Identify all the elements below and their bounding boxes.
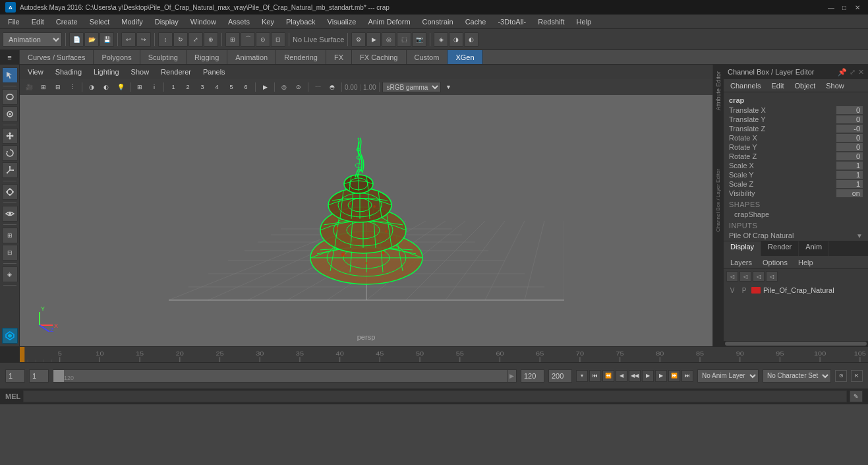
display-btn[interactable]: ⊞ xyxy=(2,228,18,243)
menu-visualize[interactable]: Visualize xyxy=(322,16,362,27)
snap-view-btn[interactable]: ⊡ xyxy=(271,32,285,47)
vp-shading2-btn[interactable]: ◐ xyxy=(100,81,113,93)
tab-fx[interactable]: FX xyxy=(326,50,352,64)
tab-polygons[interactable]: Polygons xyxy=(94,50,140,64)
attr-editor-side-tab[interactable]: Attribute Editor Channel Box / Layer Edi… xyxy=(712,65,723,346)
menu-create[interactable]: Create xyxy=(51,16,83,27)
undo-button[interactable]: ↩ xyxy=(121,32,136,47)
scroll-thumb-h[interactable] xyxy=(725,342,867,346)
viewport-menu-renderer[interactable]: Renderer xyxy=(156,67,196,77)
title-bar-controls[interactable]: — □ ✕ xyxy=(826,2,863,13)
render-btn[interactable]: ▶ xyxy=(366,32,381,47)
cb-translate-x-value[interactable]: 0 xyxy=(836,106,863,114)
menu-redshift[interactable]: Redshift xyxy=(533,16,569,27)
vp-isolate-btn[interactable]: ◎ xyxy=(277,81,291,93)
transport-play-fwd[interactable]: ▶ xyxy=(642,370,654,382)
cb-rotate-x-value[interactable]: 0 xyxy=(836,134,863,142)
cb-translate-z-row[interactable]: Translate Z -0 xyxy=(726,124,865,133)
rotate-tool-btn[interactable] xyxy=(2,145,18,161)
scale-tool[interactable]: ⤢ xyxy=(188,32,203,47)
cb-translate-x-row[interactable]: Translate X 0 xyxy=(726,106,865,115)
ipr-btn[interactable]: ◎ xyxy=(382,32,396,47)
cb-rotate-x-row[interactable]: Rotate X 0 xyxy=(726,133,865,142)
cb-menu-show[interactable]: Show xyxy=(823,82,847,90)
cb-visibility-value[interactable]: on xyxy=(836,189,863,197)
menu-cache[interactable]: Cache xyxy=(460,16,492,27)
transport-go-end[interactable]: ⏭ xyxy=(681,370,693,382)
range-end-field[interactable] xyxy=(548,369,572,383)
cb-menu-edit[interactable]: Edit xyxy=(768,82,786,90)
view-btn[interactable] xyxy=(2,206,18,222)
le-new-layer-btn[interactable]: ◁ xyxy=(726,271,738,282)
save-scene-button[interactable]: 💾 xyxy=(100,32,114,47)
le-tab-anim[interactable]: Anim xyxy=(799,241,829,256)
le-new-layer2-btn[interactable]: ◁ xyxy=(739,271,751,282)
cb-scale-x-value[interactable]: 1 xyxy=(836,162,863,170)
tab-rendering[interactable]: Rendering xyxy=(276,50,326,64)
menu-display[interactable]: Display xyxy=(150,16,184,27)
layer-scrollbar-h[interactable] xyxy=(724,341,868,346)
menu-help[interactable]: Help xyxy=(571,16,597,27)
start-frame-field[interactable] xyxy=(29,369,49,383)
cb-scale-z-value[interactable]: 1 xyxy=(836,180,863,188)
cb-rotate-z-value[interactable]: 0 xyxy=(836,152,863,160)
vp-wireframe-btn[interactable]: ⋮ xyxy=(66,81,79,93)
scale-tool-btn[interactable] xyxy=(2,162,18,178)
timeline-ruler[interactable]: 5 10 15 20 25 30 35 40 45 50 5 xyxy=(20,347,868,362)
extra-btn-3[interactable]: ◐ xyxy=(464,32,478,47)
viewport-menu-show[interactable]: Show xyxy=(126,67,155,77)
cb-scale-x-row[interactable]: Scale X 1 xyxy=(726,161,865,170)
cb-translate-z-value[interactable]: -0 xyxy=(836,125,863,133)
vp-res5-btn[interactable]: 5 xyxy=(225,81,238,93)
transport-next-key[interactable]: ⏩ xyxy=(668,370,680,382)
close-button[interactable]: ✕ xyxy=(852,2,863,13)
cb-expand-icon[interactable]: ⤢ xyxy=(850,68,855,77)
cb-input-arrow[interactable]: ▼ xyxy=(856,232,863,239)
menu-constrain[interactable]: Constrain xyxy=(417,16,459,27)
menu-window[interactable]: Window xyxy=(185,16,221,27)
paint-select-btn[interactable] xyxy=(2,106,18,122)
viewport-menu-panels[interactable]: Panels xyxy=(198,67,231,77)
transport-arrow-select[interactable]: ▾ xyxy=(576,370,588,382)
tab-fx-caching[interactable]: FX Caching xyxy=(352,50,406,64)
tab-sculpting[interactable]: Sculpting xyxy=(140,50,187,64)
auto-key-btn[interactable]: ⊙ xyxy=(835,370,847,382)
vp-grid-btn[interactable]: ⊞ xyxy=(133,81,146,93)
menu-select[interactable]: Select xyxy=(84,16,115,27)
render-settings-btn[interactable]: ⚙ xyxy=(351,32,366,47)
le-tab-render[interactable]: Render xyxy=(761,241,799,256)
le-new-layer4-btn[interactable]: ◁ xyxy=(766,271,778,282)
le-tab-display[interactable]: Display xyxy=(724,241,761,256)
snap-tool-btn[interactable] xyxy=(2,184,18,200)
le-menu-help[interactable]: Help xyxy=(796,259,816,266)
transport-prev-key[interactable]: ⏪ xyxy=(602,370,614,382)
redo-button[interactable]: ↪ xyxy=(136,32,151,47)
vp-aa-btn[interactable]: ⋯ xyxy=(311,81,324,93)
frame-slider-end-btn[interactable]: ▶ xyxy=(507,370,516,382)
cb-rotate-z-row[interactable]: Rotate Z 0 xyxy=(726,152,865,161)
cb-scale-z-row[interactable]: Scale Z 1 xyxy=(726,179,865,189)
cb-rotate-y-value[interactable]: 0 xyxy=(836,143,863,151)
menu-edit[interactable]: Edit xyxy=(26,16,49,27)
cb-translate-y-row[interactable]: Translate Y 0 xyxy=(726,115,865,124)
tab-rigging[interactable]: Rigging xyxy=(187,50,227,64)
cb-scale-y-value[interactable]: 1 xyxy=(836,171,863,179)
script-editor-button[interactable]: ✎ xyxy=(850,390,863,402)
layer-row[interactable]: V P Pile_Of_Crap_Natural xyxy=(726,285,865,295)
manipulator-tool[interactable]: ⊕ xyxy=(204,32,218,47)
module-menu-btn[interactable]: ≡ xyxy=(0,50,20,64)
extra-btn-1[interactable]: ◈ xyxy=(434,32,448,47)
tab-animation[interactable]: Animation xyxy=(227,50,276,64)
attr-editor-tab-label[interactable]: Attribute Editor xyxy=(714,69,723,113)
move-tool-btn[interactable] xyxy=(2,128,18,144)
mel-input[interactable] xyxy=(23,390,847,402)
viewport-canvas[interactable]: X Y Z persp xyxy=(20,95,712,346)
cb-pin-icon[interactable]: 📌 xyxy=(838,68,847,77)
vp-lighting-btn[interactable]: 💡 xyxy=(114,81,127,93)
misc-btn-1[interactable]: ⊟ xyxy=(2,245,18,261)
gamma-select[interactable]: sRGB gamma xyxy=(382,82,441,92)
viewport-menu-lighting[interactable]: Lighting xyxy=(88,67,125,77)
rotate-tool[interactable]: ↻ xyxy=(173,32,188,47)
menu-modify[interactable]: Modify xyxy=(116,16,148,27)
cb-shape-name[interactable]: crapShape xyxy=(726,210,865,219)
